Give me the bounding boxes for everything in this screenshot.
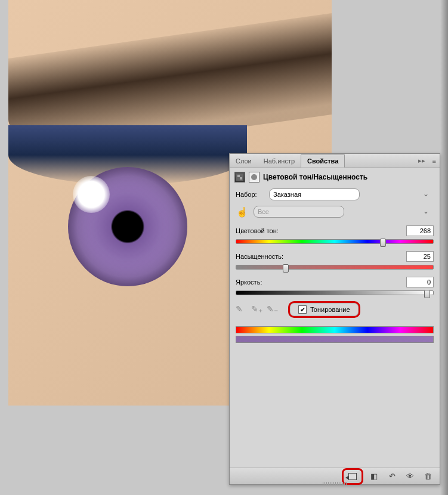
saturation-slider-thumb[interactable]: [283, 264, 289, 273]
hue-slider-thumb[interactable]: [380, 239, 386, 247]
panel-footer: ◧ ↶ 👁 🗑: [230, 468, 440, 484]
tab-presets[interactable]: Наб.инстр: [258, 155, 301, 167]
colorize-label: Тонирование: [310, 306, 350, 313]
panel-tabs: Слои Наб.инстр Свойства ▸▸ ≡: [230, 154, 440, 168]
lightness-label: Яркость:: [236, 279, 262, 286]
tab-properties[interactable]: Свойства: [301, 154, 345, 168]
panel-grip[interactable]: [323, 482, 347, 485]
lightness-section: Яркость:: [230, 272, 440, 298]
delete-button[interactable]: 🗑: [421, 471, 435, 482]
mask-icon[interactable]: [249, 172, 259, 182]
hue-label: Цветовой тон:: [236, 227, 279, 234]
saturation-section: Насыщенность:: [230, 246, 440, 272]
eyedropper-subtract-icon[interactable]: ✎₋: [267, 304, 277, 315]
eyedropper-row: ✎ ✎₊ ✎₋ ✔ Тонирование: [230, 298, 440, 321]
hue-slider-track[interactable]: [236, 239, 434, 244]
lightness-slider-thumb[interactable]: [424, 290, 430, 298]
hue-section: Цветовой тон:: [230, 221, 440, 246]
gradient-bars: [230, 321, 440, 350]
panel-menu-icon[interactable]: ≡: [429, 157, 440, 165]
adjustment-icon[interactable]: [234, 172, 245, 182]
eyedropper-icon[interactable]: ✎: [236, 304, 246, 315]
range-row: ☝: [230, 203, 440, 221]
eye-highlight: [73, 176, 110, 213]
collapse-icon[interactable]: ▸▸: [415, 157, 429, 165]
saturation-label: Насыщенность:: [236, 253, 283, 260]
reset-button[interactable]: ↶: [385, 471, 399, 482]
previous-state-button[interactable]: ◧: [367, 471, 381, 482]
saturation-input[interactable]: [406, 251, 434, 262]
eye-region: [32, 155, 223, 286]
eyedropper-add-icon[interactable]: ✎₊: [251, 304, 262, 315]
preset-label: Набор:: [236, 191, 264, 198]
range-select: [254, 206, 344, 218]
dock-edge: [440, 0, 448, 495]
target-adjust-icon[interactable]: ☝: [236, 205, 249, 218]
saturation-slider-track[interactable]: [236, 265, 434, 270]
preset-row: Набор:: [230, 186, 440, 203]
hue-input[interactable]: [406, 225, 434, 236]
svg-rect-1: [237, 175, 240, 177]
clip-to-layer-button[interactable]: [345, 471, 360, 482]
visibility-button[interactable]: 👁: [403, 471, 417, 482]
properties-panel: Слои Наб.инстр Свойства ▸▸ ≡ Цветовой то…: [229, 153, 440, 485]
output-gradient: [236, 336, 434, 343]
clip-icon: [348, 473, 357, 480]
svg-rect-2: [240, 177, 242, 180]
colorize-checkbox[interactable]: ✔: [298, 305, 307, 314]
lightness-slider-track[interactable]: [236, 290, 434, 295]
tab-layers[interactable]: Слои: [230, 155, 258, 167]
colorize-highlight: ✔ Тонирование: [288, 301, 360, 318]
adjustment-header: Цветовой тон/Насыщенность: [230, 168, 440, 186]
preset-select[interactable]: [269, 188, 360, 200]
lightness-input[interactable]: [406, 277, 434, 287]
input-gradient: [236, 326, 434, 333]
adjustment-title: Цветовой тон/Насыщенность: [263, 173, 367, 181]
